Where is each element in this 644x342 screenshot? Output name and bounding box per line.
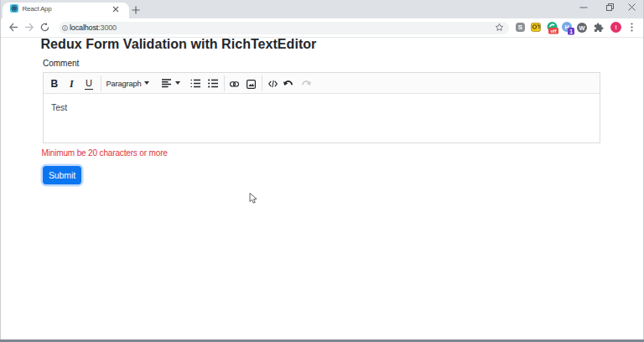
svg-text:W: W — [579, 24, 585, 32]
svg-text:1: 1 — [569, 28, 573, 34]
svg-text:off: off — [550, 28, 556, 34]
svg-text:S: S — [518, 23, 523, 31]
